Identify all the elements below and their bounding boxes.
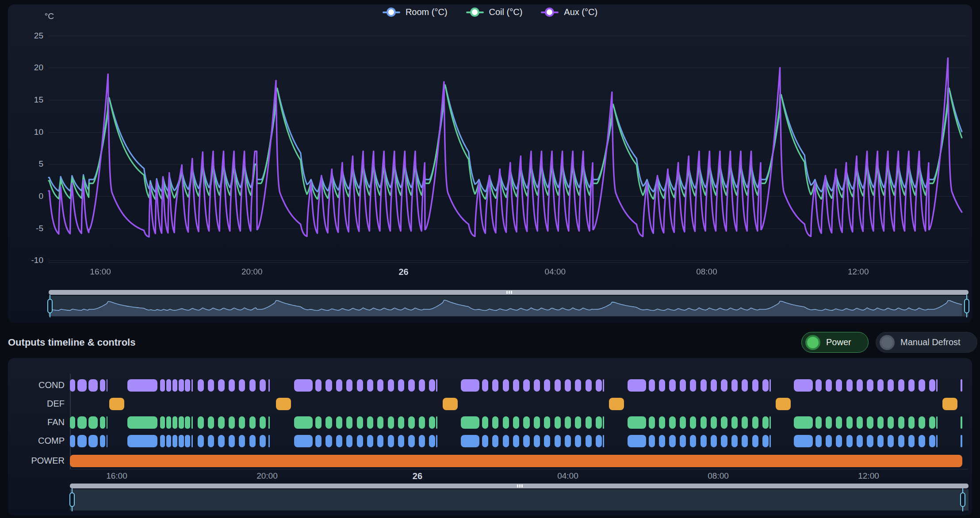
timeline-block-cond bbox=[961, 379, 962, 392]
timeline-block-cond bbox=[544, 379, 550, 392]
timeline-block-fan bbox=[523, 416, 529, 429]
timeline-block-comp bbox=[731, 435, 738, 447]
timeline-block-comp bbox=[961, 435, 962, 447]
timeline-block-fan bbox=[198, 416, 204, 429]
legend-item[interactable]: Aux (°C) bbox=[541, 7, 597, 17]
range-handle-left[interactable] bbox=[47, 299, 53, 313]
timeline-block-fan bbox=[628, 416, 647, 429]
timeline-block-comp bbox=[513, 435, 519, 447]
timeline-block-cond bbox=[898, 379, 904, 392]
timeline-block-comp bbox=[377, 435, 383, 447]
timeline-range-navigator[interactable] bbox=[70, 489, 969, 510]
scrollbar-grip-dash-icon bbox=[519, 484, 521, 488]
timeline-block-fan bbox=[936, 416, 938, 429]
timeline-block-cond bbox=[77, 379, 87, 392]
range-handle-left[interactable] bbox=[69, 492, 75, 507]
timeline-block-cond bbox=[523, 379, 529, 392]
timeline-block-comp bbox=[649, 435, 655, 447]
timeline-block-cond bbox=[669, 379, 675, 392]
timeline-block-power bbox=[70, 455, 962, 467]
timeline-block-comp bbox=[436, 435, 437, 447]
x-axis-tick-label: 04:00 bbox=[535, 267, 575, 277]
timeline-block-fan bbox=[260, 416, 266, 429]
range-handle-right[interactable] bbox=[964, 299, 969, 313]
timeline-block-comp bbox=[70, 435, 75, 447]
timeline-block-comp bbox=[398, 435, 404, 447]
timeline-block-fan bbox=[596, 416, 602, 429]
toggle-manual-defrost[interactable]: Manual Defrost bbox=[876, 332, 977, 353]
scrollbar-grip-dash-icon bbox=[509, 291, 510, 294]
timeline-block-cond bbox=[762, 379, 769, 392]
timeline-block-def bbox=[609, 398, 624, 410]
timeline-block-fan bbox=[191, 416, 193, 429]
timeline-block-comp bbox=[575, 435, 581, 447]
timeline-block-comp bbox=[752, 435, 758, 447]
toggle-knob-icon bbox=[805, 335, 820, 350]
timeline-block-fan bbox=[185, 416, 190, 429]
timeline-block-fan bbox=[239, 416, 245, 429]
timeline-block-comp bbox=[628, 435, 647, 447]
timeline-block-def bbox=[443, 398, 458, 410]
timeline-block-comp bbox=[315, 435, 322, 447]
timeline-block-def bbox=[276, 398, 291, 410]
timeline-block-fan bbox=[482, 416, 488, 429]
timeline-block-fan bbox=[742, 416, 748, 429]
range-handle-right[interactable] bbox=[960, 492, 965, 507]
timeline-block-fan bbox=[315, 416, 322, 429]
legend-item[interactable]: Room (°C) bbox=[383, 7, 448, 17]
x-axis-tick-label: 08:00 bbox=[698, 471, 738, 481]
timeline-block-cond bbox=[229, 379, 235, 392]
timeline-block-fan bbox=[166, 416, 171, 429]
legend-dot-icon bbox=[470, 8, 479, 17]
timeline-block-comp bbox=[867, 435, 873, 447]
timeline-block-comp bbox=[185, 435, 190, 447]
timeline-block-comp bbox=[100, 435, 106, 447]
timeline-block-comp bbox=[249, 435, 256, 447]
x-axis-tick-label: 04:00 bbox=[548, 471, 588, 481]
timeline-block-comp bbox=[229, 435, 235, 447]
timeline-block-cond bbox=[461, 379, 480, 392]
timeline-block-def bbox=[109, 398, 124, 410]
timeline-block-comp bbox=[815, 435, 822, 447]
temperature-range-navigator[interactable] bbox=[49, 296, 969, 316]
navigator-mini-chart bbox=[49, 296, 969, 316]
timeline-block-cond bbox=[919, 379, 925, 392]
timeline-block-comp bbox=[603, 435, 604, 447]
timeline-block-comp bbox=[388, 435, 394, 447]
y-axis-tick-label: 10 bbox=[17, 127, 43, 137]
timeline-block-comp bbox=[659, 435, 665, 447]
timeline-block-cond bbox=[249, 379, 256, 392]
toggle-power[interactable]: Power bbox=[801, 332, 869, 353]
legend-item[interactable]: Coil (°C) bbox=[466, 7, 523, 17]
timeline-block-comp bbox=[77, 435, 87, 447]
timeline-block-comp bbox=[762, 435, 769, 447]
timeline-block-cond bbox=[815, 379, 822, 392]
timeline-block-fan bbox=[88, 416, 98, 429]
timeline-block-fan bbox=[669, 416, 675, 429]
timeline-block-comp bbox=[408, 435, 414, 447]
timeline-block-comp bbox=[419, 435, 425, 447]
timeline-block-comp bbox=[836, 435, 842, 447]
timeline-block-fan bbox=[908, 416, 915, 429]
timeline-block-cond bbox=[826, 379, 832, 392]
timeline-block-cond bbox=[701, 379, 707, 392]
y-axis-tick-label: 20 bbox=[17, 63, 43, 72]
timeline-block-cond bbox=[260, 379, 266, 392]
timeline-block-fan bbox=[249, 416, 256, 429]
timeline-block-comp bbox=[701, 435, 707, 447]
x-axis-tick-label: 16:00 bbox=[97, 471, 137, 481]
timeline-block-comp bbox=[898, 435, 904, 447]
timeline-block-fan bbox=[711, 416, 717, 429]
y-axis-tick-label: 5 bbox=[17, 159, 43, 169]
timeline-block-cond bbox=[513, 379, 519, 392]
timeline-block-comp bbox=[218, 435, 224, 447]
timeline-block-cond bbox=[857, 379, 863, 392]
timeline-block-cond bbox=[908, 379, 915, 392]
timeline-block-comp bbox=[239, 435, 245, 447]
timeline-block-comp bbox=[826, 435, 832, 447]
timeline-block-comp bbox=[325, 435, 332, 447]
timeline-block-comp bbox=[198, 435, 204, 447]
timeline-block-cond bbox=[357, 379, 363, 392]
timeline-block-fan bbox=[929, 416, 935, 429]
timeline-block-cond bbox=[936, 379, 938, 392]
